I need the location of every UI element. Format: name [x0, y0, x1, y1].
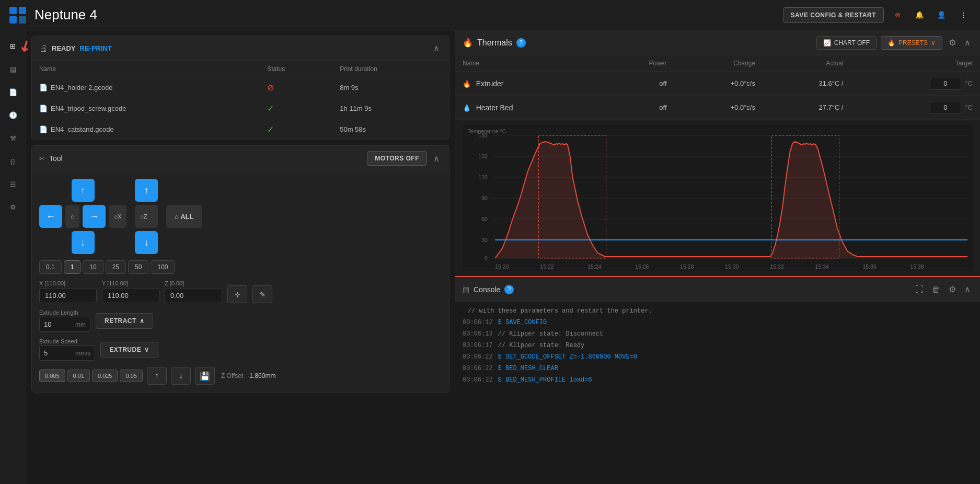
coord-edit-button[interactable]: ✎: [252, 285, 272, 303]
z-pos-input[interactable]: [165, 288, 222, 303]
y-pos-input[interactable]: [102, 288, 159, 303]
console-collapse-button[interactable]: ∧: [962, 282, 973, 296]
save-config-button[interactable]: SAVE CONFIG & RESTART: [783, 7, 884, 23]
chart-off-button[interactable]: 📈 CHART OFF: [816, 36, 877, 50]
home-x-only-button[interactable]: ⌂X: [109, 205, 126, 228]
console-expand-button[interactable]: ⛶: [913, 283, 926, 296]
extrude-length-input[interactable]: [44, 317, 75, 331]
sidebar-item-history[interactable]: 🕐: [3, 105, 24, 125]
y-minus-button[interactable]: ↓: [72, 231, 95, 254]
thermals-settings-button[interactable]: ⚙: [947, 36, 958, 50]
z-offset-0025[interactable]: 0.025: [92, 370, 118, 382]
step-10[interactable]: 10: [83, 260, 103, 274]
step-50[interactable]: 50: [128, 260, 148, 274]
re-print-button[interactable]: RE-PRINT: [80, 44, 112, 52]
z-offset-label: Z Offset: [221, 372, 243, 379]
extrude-button[interactable]: EXTRUDE ∨: [100, 342, 158, 358]
thermals-card: 🔥 Thermals ? 📈 CHART OFF 🔥 PRESETS ∨ ⚙ ∧: [455, 30, 980, 276]
home-all-button[interactable]: ⌂ ALL: [166, 205, 202, 228]
tool-icon: ✂: [39, 155, 45, 163]
step-25[interactable]: 25: [106, 260, 126, 274]
thermals-row: 🔥 Extruder off +0.0°c/s 31.6°C / °C: [455, 72, 980, 96]
svg-text:120: 120: [478, 174, 488, 180]
thermals-collapse-button[interactable]: ∧: [962, 36, 973, 50]
emergency-stop-button[interactable]: ⊗: [889, 7, 906, 24]
x-plus-button[interactable]: →: [83, 205, 106, 228]
status-icon: ✓: [267, 125, 274, 134]
position-row: X [110.00] Y [110.00] Z [0.00] ⊹ ✎: [39, 280, 442, 303]
extrude-speed-label: Extrude Speed: [39, 338, 95, 344]
file-duration-cell: 1h 11m 9s: [332, 98, 449, 119]
chart-off-label: CHART OFF: [834, 39, 870, 47]
console-body[interactable]: // with these parameters and restart the…: [455, 302, 980, 407]
console-settings-button[interactable]: ⚙: [947, 282, 958, 296]
sidebar-item-tune[interactable]: ⚒: [3, 128, 24, 148]
x-pos-input[interactable]: [39, 288, 97, 303]
sidebar-item-files[interactable]: 📄: [3, 82, 24, 102]
th-power: Power: [601, 55, 674, 72]
x-minus-button[interactable]: ←: [39, 205, 62, 228]
z-offset-0005[interactable]: 0.005: [39, 370, 65, 382]
svg-text:15:30: 15:30: [725, 263, 739, 270]
file-status-cell: ✓: [260, 98, 332, 119]
th-change: Change: [674, 55, 763, 72]
thermals-flame-icon: 🔥: [463, 38, 473, 48]
app-logo: [8, 6, 27, 25]
more-options-button[interactable]: ⋮: [955, 7, 972, 24]
sidebar-item-settings[interactable]: ⚙: [3, 197, 24, 217]
thermal-icon: 💧: [463, 104, 471, 112]
retract-chevron: ∧: [140, 317, 145, 325]
file-name-cell: 📄EN4_holder 2.gcode: [32, 77, 260, 98]
step-buttons: 0.1 1 10 25 50 100: [39, 260, 442, 274]
thermals-help-button[interactable]: ?: [516, 38, 526, 48]
home-z-only-button[interactable]: ⌂Z: [135, 205, 158, 228]
col-name: Name: [32, 61, 260, 77]
x-position-field: X [110.00]: [39, 280, 97, 303]
console-header: ▤ Console ? ⛶ 🗑 ⚙ ∧: [455, 277, 980, 302]
console-help-button[interactable]: ?: [504, 285, 514, 294]
z-minus-button[interactable]: ↓: [135, 231, 158, 254]
presets-button[interactable]: 🔥 PRESETS ∨: [881, 36, 942, 50]
table-row: 📄EN4_tripod_screw.gcode ✓ 1h 11m 9s: [32, 98, 449, 119]
console-clear-button[interactable]: 🗑: [930, 283, 942, 296]
z-offset-up-button[interactable]: ↑: [147, 367, 167, 385]
z-pos-label: Z [0.00]: [165, 280, 222, 286]
svg-rect-0: [9, 7, 17, 14]
z-offset-005[interactable]: 0.05: [120, 370, 142, 382]
svg-text:15:20: 15:20: [495, 263, 509, 270]
console-text-span: // Klipper state: Disconnect: [498, 330, 604, 338]
extrude-length-label: Extrude Length: [39, 309, 90, 316]
thermal-name: Extruder: [476, 79, 504, 88]
thermal-name-cell: 💧 Heater Bed: [455, 96, 601, 120]
chart-icon: 📈: [823, 39, 831, 47]
step-100[interactable]: 100: [151, 260, 175, 274]
z-offset-down-button[interactable]: ↓: [171, 367, 191, 385]
sidebar-item-monitor[interactable]: ▤: [3, 59, 24, 79]
thermal-target-input[interactable]: [930, 101, 961, 114]
thermal-target-input[interactable]: [930, 77, 961, 90]
collapse-tool-button[interactable]: ∧: [431, 152, 442, 166]
step-0-1[interactable]: 0.1: [39, 260, 62, 274]
col-duration: Print duration: [332, 61, 449, 77]
extrude-speed-input[interactable]: [44, 346, 75, 360]
sidebar-item-macros[interactable]: ☰: [3, 174, 24, 194]
home-xy-button[interactable]: ⌂: [65, 205, 79, 228]
sidebar-item-code[interactable]: {}: [3, 151, 24, 171]
z-offset-save-button[interactable]: 💾: [195, 367, 215, 385]
user-button[interactable]: 👤: [933, 7, 950, 24]
z-position-field: Z [0.00]: [165, 280, 222, 303]
file-table: Name Status Print duration 📄EN4_holder 2…: [32, 61, 449, 140]
step-1[interactable]: 1: [64, 260, 81, 274]
z-plus-button[interactable]: ↑: [135, 179, 158, 202]
retract-button[interactable]: RETRACT ∧: [96, 313, 153, 329]
console-text-span: // with these parameters and restart the…: [468, 307, 652, 315]
y-position-field: Y [110.00]: [102, 280, 159, 303]
sidebar-item-dashboard[interactable]: ⊞: [3, 36, 24, 56]
coord-save-button[interactable]: ⊹: [227, 285, 247, 303]
notifications-button[interactable]: 🔔: [911, 7, 928, 24]
console-timestamp: 00:06:17: [463, 342, 493, 349]
motors-off-button[interactable]: MOTORS OFF: [367, 151, 427, 166]
y-plus-button[interactable]: ↑: [72, 179, 95, 202]
z-offset-001[interactable]: 0.01: [67, 370, 90, 382]
collapse-print-status-button[interactable]: ∧: [431, 41, 442, 55]
